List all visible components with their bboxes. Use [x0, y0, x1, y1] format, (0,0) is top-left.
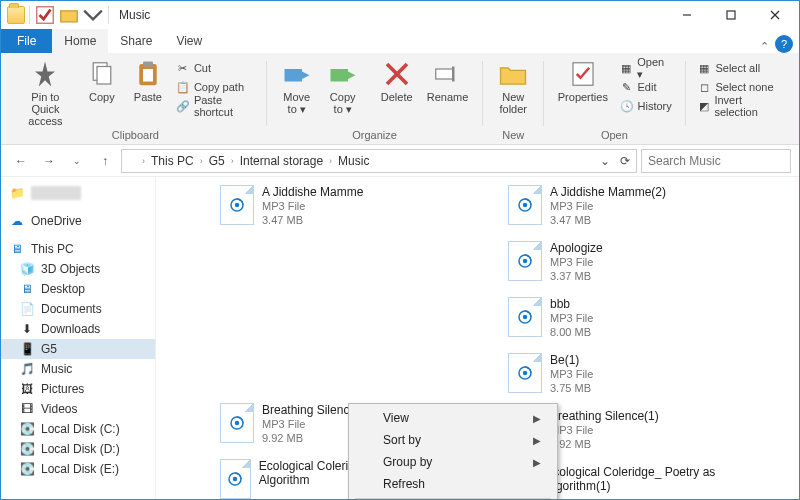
- file-list-area[interactable]: A Jiddishe MammeMP3 File3.47 MBBreathing…: [156, 177, 799, 500]
- address-dropdown-icon[interactable]: ⌄: [596, 154, 614, 168]
- address-bar[interactable]: › This PC› G5› Internal storage› Music ⌄…: [121, 149, 637, 173]
- window-title: Music: [119, 8, 150, 22]
- nav-videos[interactable]: 🎞Videos: [1, 399, 155, 419]
- nav-back-button[interactable]: ←: [9, 149, 33, 173]
- minimize-button[interactable]: [665, 1, 709, 29]
- file-item[interactable]: A Jiddishe Mamme(2)MP3 File3.47 MB: [508, 185, 748, 227]
- mp3-file-icon: [220, 459, 251, 499]
- nav-g5[interactable]: 📱G5: [1, 339, 155, 359]
- nav-local-disk-d[interactable]: 💽Local Disk (D:): [1, 439, 155, 459]
- history-button[interactable]: 🕓History: [616, 97, 677, 115]
- file-type: MP3 File: [550, 367, 593, 381]
- nav-documents[interactable]: 📄Documents: [1, 299, 155, 319]
- desktop-icon: 🖥: [19, 282, 35, 296]
- properties-icon: [568, 59, 598, 89]
- open-button[interactable]: ▦Open ▾: [616, 59, 677, 77]
- nav-quickaccess-redacted[interactable]: 📁: [1, 183, 155, 203]
- ribbon-tab-row: File Home Share View ⌃ ?: [1, 29, 799, 53]
- nav-music[interactable]: 🎵Music: [1, 359, 155, 379]
- file-size: 3.37 MB: [550, 269, 603, 283]
- search-box[interactable]: [641, 149, 791, 173]
- paste-button[interactable]: Paste: [126, 57, 170, 127]
- file-size: 3.75 MB: [550, 381, 593, 395]
- ctx-refresh[interactable]: Refresh: [351, 473, 555, 495]
- mp3-file-icon: [508, 297, 542, 337]
- rename-button[interactable]: Rename: [421, 57, 475, 127]
- nav-pictures[interactable]: 🖼Pictures: [1, 379, 155, 399]
- new-folder-button[interactable]: New folder: [491, 57, 535, 127]
- file-item[interactable]: bbbMP3 File8.00 MB: [508, 297, 748, 339]
- mp3-file-icon: [220, 403, 254, 443]
- nav-downloads[interactable]: ⬇Downloads: [1, 319, 155, 339]
- svg-rect-10: [143, 69, 153, 82]
- nav-thispc[interactable]: 🖥This PC: [1, 239, 155, 259]
- invert-selection-button[interactable]: ◩Invert selection: [693, 97, 787, 115]
- svg-point-27: [235, 421, 240, 426]
- path-icon: 📋: [176, 80, 190, 94]
- cut-button[interactable]: ✂Cut: [172, 59, 258, 77]
- ribbon-group-new: New folder New: [485, 57, 541, 144]
- breadcrumb[interactable]: Internal storage: [236, 154, 327, 168]
- pc-icon: 🖥: [9, 242, 25, 256]
- edit-button[interactable]: ✎Edit: [616, 78, 677, 96]
- file-size: 8.00 MB: [550, 325, 593, 339]
- move-to-button[interactable]: Move to ▾: [275, 57, 319, 127]
- nav-local-disk-e[interactable]: 💽Local Disk (E:): [1, 459, 155, 479]
- qat-newfolder-icon[interactable]: [58, 4, 80, 26]
- nav-3d-objects[interactable]: 🧊3D Objects: [1, 259, 155, 279]
- qat-dropdown-icon[interactable]: [82, 4, 104, 26]
- ctx-view[interactable]: View▶: [351, 407, 555, 429]
- file-item[interactable]: ApologizeMP3 File3.37 MB: [508, 241, 748, 283]
- pin-icon: [30, 59, 60, 89]
- videos-icon: 🎞: [19, 402, 35, 416]
- qat-properties-icon[interactable]: [34, 4, 56, 26]
- mp3-file-icon: [508, 185, 542, 225]
- cube-icon: 🧊: [19, 262, 35, 276]
- breadcrumb[interactable]: G5: [205, 154, 229, 168]
- nav-desktop[interactable]: 🖥Desktop: [1, 279, 155, 299]
- mp3-file-icon: [220, 185, 254, 225]
- svg-rect-7: [97, 67, 111, 85]
- refresh-icon[interactable]: ⟳: [616, 154, 634, 168]
- select-all-button[interactable]: ▦Select all: [693, 59, 787, 77]
- breadcrumb[interactable]: This PC: [147, 154, 198, 168]
- copy-to-button[interactable]: Copy to ▾: [321, 57, 365, 127]
- invert-icon: ◩: [697, 99, 710, 113]
- nav-up-button[interactable]: ↑: [93, 149, 117, 173]
- tab-share[interactable]: Share: [108, 29, 164, 53]
- search-input[interactable]: [648, 154, 784, 168]
- nav-onedrive[interactable]: ☁OneDrive: [1, 211, 155, 231]
- paste-shortcut-button[interactable]: 🔗Paste shortcut: [172, 97, 258, 115]
- tab-home[interactable]: Home: [52, 29, 108, 53]
- tab-file[interactable]: File: [1, 29, 52, 53]
- svg-point-33: [523, 259, 528, 264]
- ribbon-group-clipboard: Pin to Quick access Copy Paste ✂Cut 📋Cop…: [7, 57, 264, 144]
- breadcrumb[interactable]: Music: [334, 154, 373, 168]
- svg-rect-16: [452, 67, 455, 82]
- maximize-button[interactable]: [709, 1, 753, 29]
- paste-icon: [133, 59, 163, 89]
- nav-forward-button[interactable]: →: [37, 149, 61, 173]
- copy-button[interactable]: Copy: [80, 57, 124, 127]
- ctx-group-by[interactable]: Group by▶: [351, 451, 555, 473]
- close-button[interactable]: [753, 1, 797, 29]
- ctx-sort-by[interactable]: Sort by▶: [351, 429, 555, 451]
- copy-to-icon: [328, 59, 358, 89]
- star-icon: 📁: [9, 186, 25, 200]
- properties-button[interactable]: Properties: [552, 57, 613, 127]
- file-type: MP3 File: [262, 199, 363, 213]
- nav-recent-button[interactable]: ⌄: [65, 149, 89, 173]
- minimize-ribbon-icon[interactable]: ⌃: [760, 40, 769, 53]
- file-size: 3.47 MB: [262, 213, 363, 227]
- file-item[interactable]: Be(1)MP3 File3.75 MB: [508, 353, 748, 395]
- title-bar: Music: [1, 1, 799, 29]
- nav-local-disk-c[interactable]: 💽Local Disk (C:): [1, 419, 155, 439]
- pin-to-quick-access-button[interactable]: Pin to Quick access: [13, 57, 78, 127]
- tab-view[interactable]: View: [164, 29, 214, 53]
- svg-point-29: [233, 477, 238, 482]
- mp3-file-icon: [508, 241, 542, 281]
- delete-button[interactable]: Delete: [375, 57, 419, 127]
- help-icon[interactable]: ?: [775, 35, 793, 53]
- ribbon: Pin to Quick access Copy Paste ✂Cut 📋Cop…: [1, 53, 799, 145]
- file-item[interactable]: A Jiddishe MammeMP3 File3.47 MB: [220, 185, 460, 227]
